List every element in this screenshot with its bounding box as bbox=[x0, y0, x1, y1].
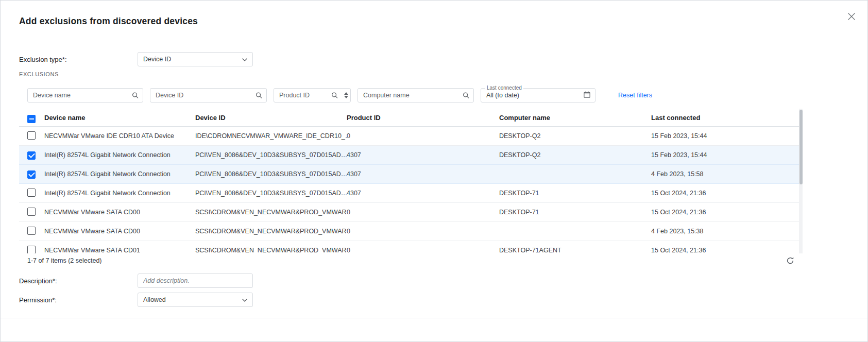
device-name-cell: Intel(R) 82574L Gigabit Network Connecti… bbox=[44, 170, 195, 178]
product-id-cell: 0 bbox=[347, 132, 499, 140]
row-checkbox[interactable] bbox=[27, 227, 36, 235]
table-row[interactable]: Intel(R) 82574L Gigabit Network Connecti… bbox=[19, 165, 803, 184]
row-checkbox[interactable] bbox=[27, 189, 36, 197]
description-row: Description*: bbox=[19, 273, 253, 288]
table-row[interactable]: NECVMWar VMware SATA CD01 SCSI\CDROM&VEN… bbox=[19, 241, 803, 253]
product-id-cell: 4307 bbox=[347, 170, 499, 178]
computer-name-filter-input[interactable] bbox=[358, 88, 474, 102]
permission-label: Permission*: bbox=[19, 296, 138, 304]
row-checkbox[interactable] bbox=[27, 151, 36, 160]
filters-bar: Last connected All (to date) Reset filte… bbox=[27, 88, 652, 102]
last-connected-cell: 15 Feb 2023, 15:44 bbox=[651, 151, 803, 159]
permission-select[interactable]: Allowed bbox=[138, 293, 253, 307]
last-connected-filter-label: Last connected bbox=[485, 85, 523, 91]
column-header-last-connected[interactable]: Last connected bbox=[651, 114, 803, 122]
product-id-cell: 4307 bbox=[347, 151, 499, 159]
scrollbar-thumb[interactable] bbox=[799, 110, 803, 184]
device-name-cell: Intel(R) 82574L Gigabit Network Connecti… bbox=[44, 190, 195, 197]
stepper-up-icon bbox=[344, 92, 348, 95]
exclusions-section-label: EXCLUSIONS bbox=[19, 71, 59, 77]
device-name-cell: NECVMWar VMware SATA CD00 bbox=[44, 228, 195, 235]
chevron-down-icon bbox=[242, 296, 247, 303]
select-all-checkbox[interactable] bbox=[27, 115, 36, 123]
computer-name-cell: DESKTOP-71 bbox=[499, 190, 651, 197]
column-header-device-name[interactable]: Device name bbox=[44, 114, 195, 122]
pagination-status: 1-7 of 7 items (2 selected) bbox=[27, 257, 102, 264]
product-id-stepper[interactable] bbox=[344, 92, 348, 98]
exclusion-type-select[interactable]: Device ID bbox=[138, 52, 253, 66]
device-name-cell: NECVMWar VMware IDE CDR10 ATA Device bbox=[44, 132, 195, 140]
device-id-cell: SCSI\CDROM&VEN_NECVMWAR&PROD_VMWAR… bbox=[195, 209, 347, 216]
table-body: NECVMWar VMware IDE CDR10 ATA Device IDE… bbox=[19, 127, 803, 253]
device-id-cell: IDE\CDROMNECVMWAR_VMWARE_IDE_CDR10_… bbox=[195, 132, 347, 140]
search-icon bbox=[255, 92, 263, 99]
last-connected-cell: 4 Feb 2023, 15:58 bbox=[651, 170, 803, 178]
last-connected-filter-value: All (to date) bbox=[486, 92, 583, 99]
chevron-down-icon bbox=[242, 56, 247, 63]
reset-filters-link[interactable]: Reset filters bbox=[618, 92, 652, 99]
search-icon bbox=[331, 92, 338, 99]
calendar-icon bbox=[583, 91, 591, 100]
table-header: Device name Device ID Product ID Compute… bbox=[19, 109, 803, 127]
device-id-cell: SCSI\CDROM&VEN_NECVMWAR&PROD_VMWAR… bbox=[195, 247, 347, 253]
device-id-cell: PCI\VEN_8086&DEV_10D3&SUBSYS_07D015AD… bbox=[195, 190, 347, 197]
row-checkbox[interactable] bbox=[27, 131, 36, 140]
last-connected-cell: 4 Feb 2023, 15:38 bbox=[651, 228, 803, 235]
product-id-cell: 4307 bbox=[347, 190, 499, 197]
device-name-cell: NECVMWar VMware SATA CD00 bbox=[44, 209, 195, 216]
close-icon bbox=[848, 14, 855, 22]
last-connected-cell: 15 Oct 2024, 21:36 bbox=[651, 247, 803, 253]
row-checkbox[interactable] bbox=[27, 246, 36, 254]
table-row[interactable]: NECVMWar VMware SATA CD00 SCSI\CDROM&VEN… bbox=[19, 203, 803, 222]
last-connected-cell: 15 Feb 2023, 15:44 bbox=[651, 132, 803, 140]
product-id-filter-input[interactable] bbox=[274, 88, 351, 102]
last-connected-filter[interactable]: Last connected All (to date) bbox=[481, 88, 595, 102]
table-footer: 1-7 of 7 items (2 selected) bbox=[19, 254, 796, 267]
device-id-filter-input[interactable] bbox=[150, 88, 267, 102]
permission-row: Permission*: Allowed bbox=[19, 293, 253, 307]
product-id-cell: 0 bbox=[347, 228, 499, 235]
device-id-cell: SCSI\CDROM&VEN_NECVMWAR&PROD_VMWAR… bbox=[195, 228, 347, 235]
close-button[interactable] bbox=[846, 11, 857, 22]
device-name-cell: Intel(R) 82574L Gigabit Network Connecti… bbox=[44, 151, 195, 159]
column-header-product-id[interactable]: Product ID bbox=[347, 114, 499, 122]
exclusion-type-value: Device ID bbox=[143, 56, 171, 63]
row-checkbox[interactable] bbox=[27, 208, 36, 216]
device-id-cell: PCI\VEN_8086&DEV_10D3&SUBSYS_07D015AD… bbox=[195, 151, 347, 159]
table-row[interactable]: NECVMWar VMware SATA CD00 SCSI\CDROM&VEN… bbox=[19, 222, 803, 241]
description-input[interactable] bbox=[138, 273, 253, 288]
product-id-cell: 0 bbox=[347, 247, 499, 253]
stepper-down-icon bbox=[344, 96, 348, 98]
row-checkbox[interactable] bbox=[27, 170, 36, 179]
table-row[interactable]: Intel(R) 82574L Gigabit Network Connecti… bbox=[19, 146, 803, 165]
refresh-button[interactable] bbox=[784, 254, 796, 267]
last-connected-cell: 15 Oct 2024, 21:36 bbox=[651, 209, 803, 216]
footer-divider bbox=[1, 318, 867, 318]
dialog-title: Add exclusions from discovered devices bbox=[19, 16, 198, 27]
vertical-scrollbar[interactable] bbox=[799, 109, 803, 253]
table-row[interactable]: NECVMWar VMware IDE CDR10 ATA Device IDE… bbox=[19, 127, 803, 146]
column-header-device-id[interactable]: Device ID bbox=[195, 114, 347, 122]
search-icon bbox=[462, 92, 470, 99]
device-name-filter-input[interactable] bbox=[27, 88, 143, 102]
refresh-icon bbox=[786, 259, 794, 266]
computer-name-cell: DESKTOP-Q2 bbox=[499, 132, 651, 140]
computer-name-cell: DESKTOP-Q2 bbox=[499, 151, 651, 159]
permission-value: Allowed bbox=[143, 296, 166, 303]
description-label: Description*: bbox=[19, 277, 138, 285]
exclusion-type-row: Exclusion type*: Device ID bbox=[19, 52, 253, 66]
device-id-cell: PCI\VEN_8086&DEV_10D3&SUBSYS_07D015AD… bbox=[195, 170, 347, 178]
computer-name-cell: DESKTOP-71 bbox=[499, 209, 651, 216]
search-icon bbox=[131, 92, 139, 99]
last-connected-cell: 15 Oct 2024, 21:36 bbox=[651, 190, 803, 197]
device-name-cell: NECVMWar VMware SATA CD01 bbox=[44, 247, 195, 253]
column-header-computer-name[interactable]: Computer name bbox=[499, 114, 651, 122]
computer-name-cell: DESKTOP-71AGENT bbox=[499, 247, 651, 253]
table-row[interactable]: Intel(R) 82574L Gigabit Network Connecti… bbox=[19, 184, 803, 203]
product-id-cell: 0 bbox=[347, 209, 499, 216]
exclusion-type-label: Exclusion type*: bbox=[19, 56, 138, 63]
exclusions-table: Device name Device ID Product ID Compute… bbox=[19, 109, 803, 253]
